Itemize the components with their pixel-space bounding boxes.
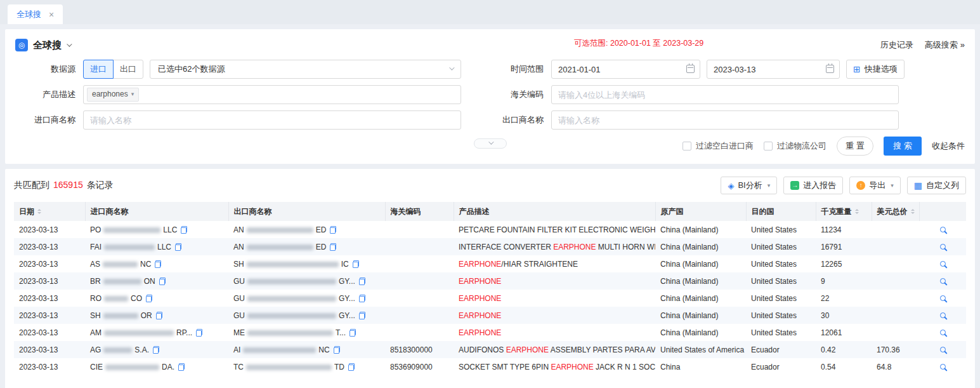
copy-icon[interactable] [330,243,336,251]
enter-report-button[interactable]: → 进入报告 [783,177,843,194]
redacted-text [104,330,174,336]
table-row[interactable]: 2023-03-13AGS.A.AINC8518300000AUDIFONOS … [14,341,966,358]
data-source-select[interactable]: 已选中62个数据源 [150,60,461,79]
cell-product-desc: EARPHONE [454,324,655,341]
table-row[interactable]: 2023-03-13ROCOGUGY...EARPHONEChina (Main… [14,290,966,307]
cell-usd-total [872,255,919,272]
search-detail-icon[interactable] [940,244,946,250]
column-header-label: 进口商名称 [91,207,129,216]
import-toggle-button[interactable]: 进口 [83,60,114,79]
export-toggle-button[interactable]: 出口 [113,60,143,79]
copy-icon[interactable] [175,243,181,251]
table-row[interactable]: 2023-03-13AMRP...MET...EARPHONEChina (Ma… [14,324,966,341]
sort-icon[interactable] [37,209,41,214]
copy-icon[interactable] [153,346,159,354]
expand-more-button[interactable] [474,138,507,149]
copy-icon[interactable] [159,278,166,285]
tab-global-search[interactable]: 全球搜 × [8,4,63,24]
sort-icon[interactable] [911,209,915,214]
cell-exporter-name: TCTD [228,358,385,375]
exporter-name-input[interactable] [551,110,899,130]
collapse-conditions-link[interactable]: 收起条件 [932,140,965,152]
cell-destination-country: United States [746,238,816,255]
calendar-icon[interactable] [826,65,834,73]
cell-destination-country: Ecuador [746,341,816,358]
company-name-fragment: ME [233,328,245,337]
product-desc-label: 产品描述 [15,89,75,100]
copy-icon[interactable] [359,312,365,319]
copy-icon[interactable] [359,278,365,285]
company-name-fragment: OR [141,311,152,320]
table-row[interactable]: 2023-03-13BRONGUGY...EARPHONEChina (Main… [14,272,966,290]
search-detail-icon[interactable] [940,312,946,318]
column-header[interactable]: 千克重量 [816,202,872,221]
grid-icon: ⊞ [853,65,861,74]
product-keyword-tag[interactable]: earphones ▾ [87,88,139,102]
table-row[interactable]: 2023-03-13SHORGUGY...EARPHONEChina (Main… [14,307,966,324]
cell-destination-country: United States [746,307,816,324]
copy-icon[interactable] [348,363,355,371]
start-date-input[interactable] [551,60,700,79]
form-row-3: 进口商名称 出口商名称 [15,110,965,130]
cell-exporter-name: MET... [228,324,385,341]
copy-icon[interactable] [181,226,187,234]
hs-code-input[interactable] [551,85,899,104]
end-date-input[interactable] [707,60,840,79]
company-name-fragment: AN [233,225,244,234]
bi-analysis-button[interactable]: ◈ BI分析 ▾ [721,177,777,194]
copy-icon[interactable] [146,295,152,302]
column-header[interactable]: 美元总价 [872,202,919,221]
company-name-fragment: CO [131,294,142,303]
search-detail-icon[interactable] [940,261,946,267]
copy-icon[interactable] [196,329,202,337]
column-header[interactable]: 日期 [14,202,85,221]
keyword-highlight: EARPHONE [459,277,501,286]
copy-icon[interactable] [359,295,365,302]
copy-icon[interactable] [155,260,161,268]
filter-logistics-checkbox[interactable]: 过滤物流公司 [764,140,826,152]
report-icon: → [790,181,799,190]
table-row[interactable]: 2023-03-13FAILLCANEDINTERFACE CONVERTER … [14,238,966,255]
company-name-fragment: CIE [90,363,103,371]
sort-icon[interactable] [855,209,859,214]
search-detail-icon[interactable] [940,295,946,301]
tab-close-icon[interactable]: × [49,10,54,19]
advanced-search-link[interactable]: 高级搜索» [925,39,965,51]
history-link[interactable]: 历史记录 [880,39,913,51]
filter-blank-importer-checkbox[interactable]: 过滤空白进口商 [683,140,754,152]
enter-report-label: 进入报告 [803,180,836,191]
copy-icon[interactable] [330,226,336,234]
cell-origin-country: China (Mainland) [655,290,746,307]
search-detail-icon[interactable] [940,227,946,232]
chevron-down-icon[interactable] [67,41,72,46]
product-desc-input[interactable]: earphones ▾ [83,85,461,104]
time-range-label: 时间范围 [498,64,544,75]
desc-text: SOCKET SMT TYPE 6PIN [459,363,551,371]
custom-columns-button[interactable]: ▦ 自定义列 [907,177,966,194]
reset-button[interactable]: 重 置 [837,137,873,156]
cell-destination-country: United States [746,255,816,272]
table-row[interactable]: 2023-03-13ASNCSHICEARPHONE/HIAR STRAIGHT… [14,255,966,272]
importer-name-input[interactable] [83,110,461,130]
search-detail-icon[interactable] [940,278,946,284]
copy-icon[interactable] [156,312,162,319]
copy-icon[interactable] [353,260,359,268]
filter-blank-importer-label: 过滤空白进口商 [696,140,754,152]
copy-icon[interactable] [178,363,185,371]
search-button[interactable]: 搜 索 [884,137,922,156]
calendar-icon[interactable] [686,65,695,73]
quick-options-button[interactable]: ⊞ 快捷选项 [846,60,905,79]
cell-date: 2023-03-13 [14,290,85,307]
export-button[interactable]: ↑ 导出 ▾ [849,177,901,194]
search-detail-icon[interactable] [940,347,946,352]
desc-text: ASSEMBLY PARTES PARA AVIO... [549,345,655,354]
cell-date: 2023-03-13 [14,324,85,341]
copy-icon[interactable] [334,346,340,354]
search-detail-icon[interactable] [940,330,946,335]
copy-icon[interactable] [350,329,356,337]
table-row[interactable]: 2023-03-13POLLCANEDPETCARE FOUNTAIN FILT… [14,221,966,238]
company-name-fragment: LLC [163,225,177,234]
search-detail-icon[interactable] [940,364,946,370]
table-row[interactable]: 2023-03-13CIEDA.TCTD8536909000SOCKET SMT… [14,358,966,375]
desc-text: PETCARE FOUNTAIN FILTER KIT ELECTRONIC W… [459,225,655,234]
